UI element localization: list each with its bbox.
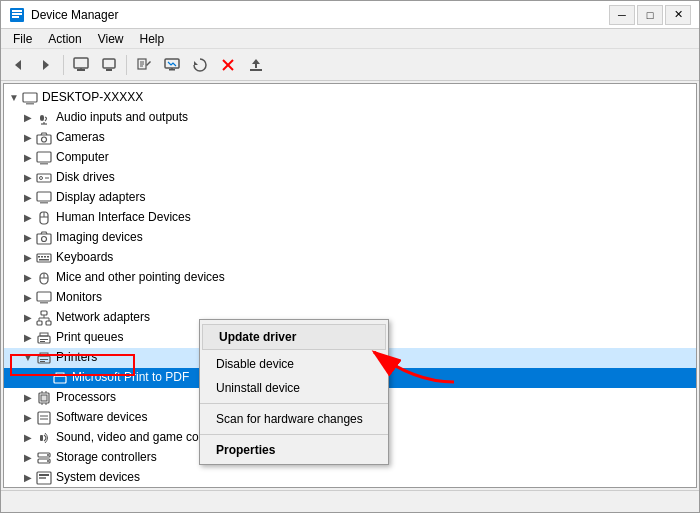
- svg-rect-1: [12, 10, 22, 12]
- toolbar-remove[interactable]: [215, 53, 241, 77]
- svg-rect-70: [56, 373, 64, 376]
- svg-rect-6: [74, 58, 88, 68]
- tree-monitors[interactable]: ▶ Monitors: [4, 288, 696, 308]
- ctx-properties[interactable]: Properties: [200, 438, 388, 462]
- software-label: Software devices: [56, 408, 147, 427]
- svg-point-83: [47, 454, 49, 456]
- tree-hid[interactable]: ▶ Human Interface Devices: [4, 208, 696, 228]
- storage-icon: [36, 450, 52, 466]
- toolbar-download[interactable]: [243, 53, 269, 77]
- svg-rect-63: [40, 339, 48, 340]
- toolbar-refresh[interactable]: [187, 53, 213, 77]
- tree-cameras[interactable]: ▶ Cameras: [4, 128, 696, 148]
- svg-point-34: [40, 177, 43, 180]
- svg-rect-46: [44, 256, 46, 258]
- svg-rect-72: [41, 395, 47, 401]
- toolbar-sep1: [63, 55, 64, 75]
- toolbar-btn2[interactable]: [96, 53, 122, 77]
- svg-rect-31: [37, 152, 51, 162]
- disk-icon: [36, 170, 52, 186]
- svg-point-30: [42, 137, 47, 142]
- svg-rect-55: [37, 321, 42, 325]
- tree-mice[interactable]: ▶ Mice and other pointing devices: [4, 268, 696, 288]
- processors-label: Processors: [56, 388, 116, 407]
- svg-rect-3: [12, 16, 19, 18]
- disk-expand-icon: ▶: [20, 170, 36, 186]
- monitors-label: Monitors: [56, 288, 102, 307]
- toolbar-sep2: [126, 55, 127, 75]
- svg-rect-77: [38, 412, 50, 424]
- imaging-expand-icon: ▶: [20, 230, 36, 246]
- svg-rect-62: [40, 333, 48, 336]
- toolbar-back[interactable]: [5, 53, 31, 77]
- root-expand-icon: ▼: [6, 90, 22, 106]
- audio-expand-icon: ▶: [20, 110, 36, 126]
- menu-view[interactable]: View: [90, 30, 132, 48]
- computer-expand-icon: ▶: [20, 150, 36, 166]
- toolbar-edit[interactable]: [131, 53, 157, 77]
- disable-device-label: Disable device: [216, 357, 294, 371]
- network-icon: [36, 310, 52, 326]
- tree-keyboards[interactable]: ▶ Keyboards: [4, 248, 696, 268]
- tree-audio[interactable]: ▶ Audio inputs and outputs: [4, 108, 696, 128]
- software-expand-icon: ▶: [20, 410, 36, 426]
- svg-rect-32: [40, 163, 48, 165]
- toolbar-forward[interactable]: [33, 53, 59, 77]
- title-bar-left: Device Manager: [9, 7, 118, 23]
- ctx-scan-hardware[interactable]: Scan for hardware changes: [200, 407, 388, 431]
- svg-rect-67: [40, 359, 48, 360]
- mice-expand-icon: ▶: [20, 270, 36, 286]
- ctx-update-driver[interactable]: Update driver: [202, 324, 386, 350]
- ctx-uninstall-device[interactable]: Uninstall device: [200, 376, 388, 400]
- computer-icon: [36, 150, 52, 166]
- svg-rect-56: [46, 321, 51, 325]
- system-label: System devices: [56, 468, 140, 487]
- minimize-button[interactable]: ─: [609, 5, 635, 25]
- svg-rect-47: [47, 256, 49, 258]
- toolbar: [1, 49, 699, 81]
- title-buttons: ─ □ ✕: [609, 5, 691, 25]
- printqueues-expand-icon: ▶: [20, 330, 36, 346]
- tree-computer[interactable]: ▶ Computer: [4, 148, 696, 168]
- disk-label: Disk drives: [56, 168, 115, 187]
- software-icon: [36, 410, 52, 426]
- toolbar-btn1[interactable]: [68, 53, 94, 77]
- tree-root[interactable]: ▼ DESKTOP-XXXXX: [4, 88, 696, 108]
- svg-rect-68: [40, 361, 45, 362]
- title-bar: Device Manager ─ □ ✕: [1, 1, 699, 29]
- svg-rect-66: [40, 353, 48, 356]
- maximize-button[interactable]: □: [637, 5, 663, 25]
- ctx-disable-device[interactable]: Disable device: [200, 352, 388, 376]
- svg-rect-44: [38, 256, 40, 258]
- tree-system[interactable]: ▶ System devices: [4, 468, 696, 488]
- svg-rect-86: [39, 474, 49, 476]
- ms-print-icon: [52, 370, 68, 386]
- svg-rect-48: [39, 259, 49, 261]
- svg-rect-45: [41, 256, 43, 258]
- svg-rect-26: [40, 115, 44, 121]
- svg-point-84: [47, 460, 49, 462]
- svg-rect-9: [103, 59, 115, 68]
- menu-help[interactable]: Help: [132, 30, 173, 48]
- printers-icon: [36, 350, 52, 366]
- toolbar-monitor[interactable]: [159, 53, 185, 77]
- svg-rect-69: [54, 376, 66, 383]
- svg-marker-19: [194, 61, 198, 65]
- printers-label: Printers: [56, 348, 97, 367]
- storage-expand-icon: ▶: [20, 450, 36, 466]
- uninstall-device-label: Uninstall device: [216, 381, 300, 395]
- svg-marker-15: [146, 61, 151, 66]
- content-area: ▼ DESKTOP-XXXXX ▶: [3, 83, 697, 488]
- hid-icon: [36, 210, 52, 226]
- tree-imaging[interactable]: ▶ Imaging devices: [4, 228, 696, 248]
- window-title: Device Manager: [31, 8, 118, 22]
- close-button[interactable]: ✕: [665, 5, 691, 25]
- menu-action[interactable]: Action: [40, 30, 89, 48]
- monitors-icon: [36, 290, 52, 306]
- imaging-icon: [36, 230, 52, 246]
- tree-display[interactable]: ▶ Display adapters: [4, 188, 696, 208]
- svg-rect-37: [40, 202, 48, 204]
- tree-disk[interactable]: ▶ Disk drives: [4, 168, 696, 188]
- svg-rect-41: [37, 234, 51, 244]
- menu-file[interactable]: File: [5, 30, 40, 48]
